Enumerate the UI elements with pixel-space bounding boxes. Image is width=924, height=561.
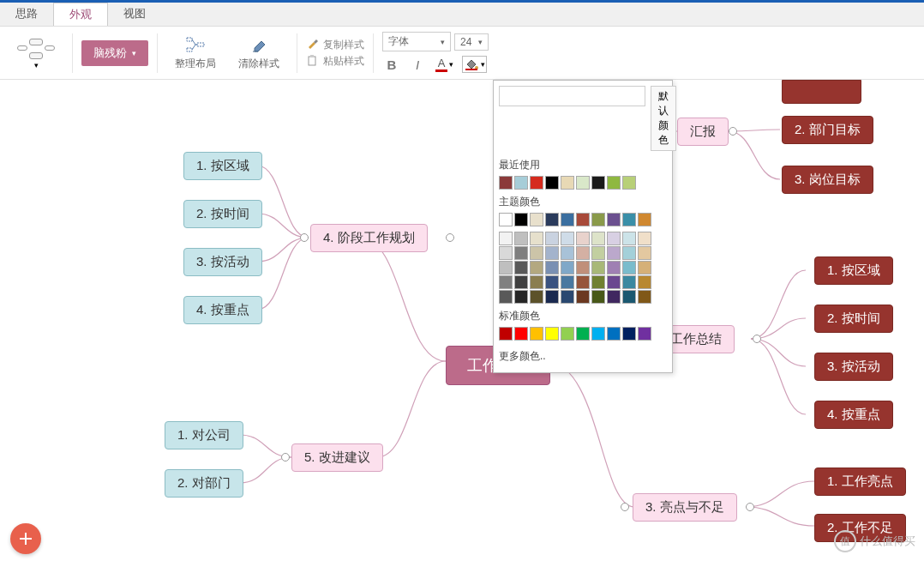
- paste-style-button[interactable]: 粘贴样式: [306, 54, 364, 69]
- color-swatch[interactable]: [561, 176, 574, 190]
- color-swatch[interactable]: [514, 232, 528, 245]
- color-swatch[interactable]: [514, 246, 528, 260]
- color-swatch[interactable]: [499, 261, 513, 274]
- color-swatch[interactable]: [638, 275, 651, 289]
- color-swatch[interactable]: [561, 213, 574, 226]
- color-swatch[interactable]: [545, 327, 559, 341]
- node-right-1-top[interactable]: [782, 80, 861, 104]
- color-swatch[interactable]: [638, 327, 651, 341]
- color-swatch[interactable]: [638, 290, 651, 304]
- color-swatch[interactable]: [576, 246, 590, 260]
- color-swatch[interactable]: [607, 232, 621, 245]
- node-right-2-4[interactable]: 4. 按重点: [814, 401, 893, 429]
- color-swatch[interactable]: [499, 246, 513, 260]
- color-swatch[interactable]: [622, 246, 636, 260]
- collapse-handle[interactable]: [729, 127, 737, 136]
- color-swatch[interactable]: [545, 246, 559, 260]
- color-swatch[interactable]: [576, 327, 590, 341]
- color-swatch[interactable]: [607, 246, 621, 260]
- color-swatch[interactable]: [545, 232, 559, 245]
- color-swatch[interactable]: [514, 213, 528, 226]
- color-swatch[interactable]: [514, 327, 528, 341]
- color-swatch[interactable]: [638, 232, 651, 245]
- color-swatch[interactable]: [622, 176, 636, 190]
- copy-style-button[interactable]: 复制样式: [306, 38, 364, 52]
- color-swatch[interactable]: [607, 213, 621, 226]
- color-swatch[interactable]: [514, 275, 528, 289]
- color-swatch[interactable]: [530, 232, 543, 245]
- node-left-1-3[interactable]: 3. 按活动: [183, 248, 262, 276]
- color-swatch[interactable]: [545, 275, 559, 289]
- color-swatch[interactable]: [576, 290, 590, 304]
- color-swatch[interactable]: [591, 261, 605, 274]
- color-swatch[interactable]: [591, 213, 605, 226]
- color-swatch[interactable]: [576, 232, 590, 245]
- color-swatch[interactable]: [591, 232, 605, 245]
- node-right-1-3[interactable]: 3. 岗位目标: [782, 166, 873, 194]
- node-right-2-1[interactable]: 1. 按区域: [814, 256, 893, 285]
- node-left-2-1[interactable]: 1. 对公司: [165, 421, 243, 449]
- color-swatch[interactable]: [591, 327, 605, 341]
- color-swatch[interactable]: [638, 213, 651, 226]
- theme-button[interactable]: 脑残粉▾: [81, 40, 148, 66]
- color-swatch[interactable]: [591, 246, 605, 260]
- node-left-1[interactable]: 4. 阶段工作规划: [310, 224, 428, 252]
- bold-button[interactable]: B: [382, 55, 401, 74]
- tab-silu[interactable]: 思路: [0, 3, 53, 26]
- color-swatch[interactable]: [638, 261, 651, 274]
- color-hex-input[interactable]: [499, 86, 645, 106]
- color-swatch[interactable]: [576, 275, 590, 289]
- color-swatch[interactable]: [530, 290, 543, 304]
- color-swatch[interactable]: [514, 261, 528, 274]
- color-swatch[interactable]: [622, 232, 636, 245]
- node-left-1-4[interactable]: 4. 按重点: [183, 296, 262, 324]
- color-swatch[interactable]: [576, 261, 590, 274]
- collapse-handle[interactable]: [300, 233, 309, 242]
- node-left-2-2[interactable]: 2. 对部门: [165, 469, 243, 498]
- color-swatch[interactable]: [561, 327, 574, 341]
- color-swatch[interactable]: [607, 261, 621, 274]
- collapse-handle[interactable]: [746, 503, 754, 511]
- collapse-handle[interactable]: [753, 335, 761, 343]
- font-size-select[interactable]: 24▾: [454, 33, 489, 51]
- color-swatch[interactable]: [607, 275, 621, 289]
- color-swatch[interactable]: [530, 176, 543, 190]
- color-swatch[interactable]: [499, 327, 513, 341]
- color-swatch[interactable]: [561, 246, 574, 260]
- collapse-handle[interactable]: [621, 503, 629, 511]
- node-right-2-2[interactable]: 2. 按时间: [814, 305, 893, 333]
- font-color-button[interactable]: A ▾: [434, 55, 455, 74]
- node-left-1-1[interactable]: 1. 按区域: [183, 152, 262, 180]
- node-right-2-3[interactable]: 3. 按活动: [814, 353, 893, 381]
- color-swatch[interactable]: [499, 176, 513, 190]
- add-node-fab[interactable]: [10, 523, 41, 554]
- clear-style-button[interactable]: 清除样式: [230, 33, 288, 73]
- default-color-button[interactable]: 默认颜色: [651, 86, 676, 151]
- color-swatch[interactable]: [622, 213, 636, 226]
- color-swatch[interactable]: [607, 176, 621, 190]
- color-swatch[interactable]: [622, 275, 636, 289]
- node-right-1[interactable]: 汇报: [677, 118, 729, 146]
- arrange-layout-button[interactable]: 整理布局: [166, 33, 225, 73]
- color-swatch[interactable]: [530, 327, 543, 341]
- color-swatch[interactable]: [530, 213, 543, 226]
- more-colors-button[interactable]: 更多颜色..: [499, 346, 667, 367]
- color-swatch[interactable]: [591, 275, 605, 289]
- color-swatch[interactable]: [530, 275, 543, 289]
- italic-button[interactable]: I: [408, 55, 427, 74]
- color-swatch[interactable]: [561, 232, 574, 245]
- color-swatch[interactable]: [545, 261, 559, 274]
- color-swatch[interactable]: [622, 327, 636, 341]
- fill-color-button[interactable]: ▾: [462, 56, 487, 73]
- color-swatch[interactable]: [638, 246, 651, 260]
- node-right-1-2[interactable]: 2. 部门目标: [782, 116, 873, 144]
- color-swatch[interactable]: [545, 176, 559, 190]
- color-swatch[interactable]: [607, 327, 621, 341]
- color-swatch[interactable]: [499, 275, 513, 289]
- node-left-2[interactable]: 5. 改进建议: [291, 443, 383, 472]
- color-swatch[interactable]: [561, 275, 574, 289]
- color-swatch[interactable]: [499, 290, 513, 304]
- color-swatch[interactable]: [530, 261, 543, 274]
- color-swatch[interactable]: [530, 246, 543, 260]
- node-right-3-1[interactable]: 1. 工作亮点: [814, 468, 906, 496]
